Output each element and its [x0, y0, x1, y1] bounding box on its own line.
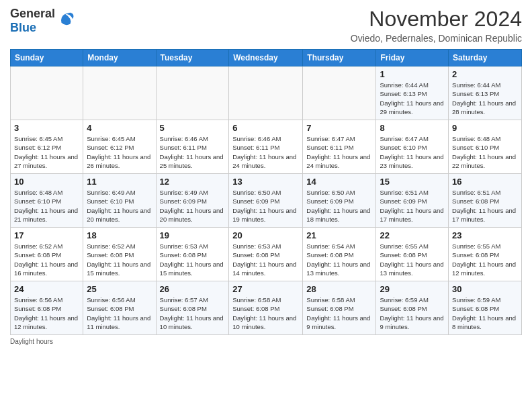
- calendar-table: SundayMondayTuesdayWednesdayThursdayFrid…: [10, 49, 522, 335]
- day-number: 6: [232, 123, 299, 133]
- day-info: Sunrise: 6:59 AM Sunset: 6:08 PM Dayligh…: [452, 295, 518, 331]
- day-number: 4: [87, 123, 152, 133]
- day-number: 12: [160, 177, 226, 187]
- day-info: Sunrise: 6:56 AM Sunset: 6:08 PM Dayligh…: [87, 295, 152, 331]
- day-info: Sunrise: 6:52 AM Sunset: 6:08 PM Dayligh…: [87, 242, 152, 277]
- calendar-cell: 21Sunrise: 6:54 AM Sunset: 6:08 PM Dayli…: [303, 228, 376, 281]
- calendar-cell: 22Sunrise: 6:55 AM Sunset: 6:08 PM Dayli…: [376, 228, 449, 281]
- calendar-header-tuesday: Tuesday: [156, 50, 229, 66]
- day-info: Sunrise: 6:52 AM Sunset: 6:08 PM Dayligh…: [14, 242, 79, 277]
- calendar-week-row: 17Sunrise: 6:52 AM Sunset: 6:08 PM Dayli…: [11, 228, 522, 281]
- day-number: 28: [306, 284, 372, 294]
- day-info: Sunrise: 6:51 AM Sunset: 6:08 PM Dayligh…: [452, 188, 518, 224]
- calendar-header-thursday: Thursday: [303, 50, 376, 66]
- day-info: Sunrise: 6:58 AM Sunset: 6:08 PM Dayligh…: [306, 295, 372, 331]
- calendar-header-friday: Friday: [376, 50, 449, 66]
- calendar-cell: [303, 66, 376, 120]
- calendar-cell: 27Sunrise: 6:58 AM Sunset: 6:08 PM Dayli…: [229, 281, 303, 335]
- calendar-cell: [156, 66, 229, 120]
- title-block: November 2024 Oviedo, Pedernales, Domini…: [351, 7, 522, 44]
- day-number: 14: [306, 177, 372, 187]
- day-info: Sunrise: 6:58 AM Sunset: 6:08 PM Dayligh…: [232, 295, 299, 331]
- day-number: 3: [14, 123, 79, 133]
- calendar-cell: [229, 66, 303, 120]
- day-number: 2: [452, 69, 518, 79]
- calendar-cell: 11Sunrise: 6:49 AM Sunset: 6:10 PM Dayli…: [83, 174, 156, 228]
- day-info: Sunrise: 6:47 AM Sunset: 6:11 PM Dayligh…: [306, 134, 372, 170]
- calendar-cell: 14Sunrise: 6:50 AM Sunset: 6:09 PM Dayli…: [303, 174, 376, 228]
- calendar-cell: 28Sunrise: 6:58 AM Sunset: 6:08 PM Dayli…: [303, 281, 376, 335]
- calendar-cell: 10Sunrise: 6:48 AM Sunset: 6:10 PM Dayli…: [11, 174, 83, 228]
- calendar-cell: 13Sunrise: 6:50 AM Sunset: 6:09 PM Dayli…: [229, 174, 303, 228]
- day-number: 27: [232, 284, 299, 294]
- logo-general-text: General: [10, 7, 55, 20]
- calendar-cell: 17Sunrise: 6:52 AM Sunset: 6:08 PM Dayli…: [11, 228, 83, 281]
- day-info: Sunrise: 6:49 AM Sunset: 6:10 PM Dayligh…: [87, 188, 152, 224]
- day-number: 22: [380, 230, 445, 240]
- day-info: Sunrise: 6:51 AM Sunset: 6:09 PM Dayligh…: [380, 188, 445, 224]
- calendar-cell: 15Sunrise: 6:51 AM Sunset: 6:09 PM Dayli…: [376, 174, 449, 228]
- calendar-cell: 7Sunrise: 6:47 AM Sunset: 6:11 PM Daylig…: [303, 120, 376, 174]
- daylight-label: Daylight hours: [10, 338, 53, 345]
- calendar-header-wednesday: Wednesday: [229, 50, 303, 66]
- day-number: 13: [232, 177, 299, 187]
- day-number: 9: [452, 123, 518, 133]
- day-info: Sunrise: 6:55 AM Sunset: 6:08 PM Dayligh…: [452, 242, 518, 277]
- calendar-cell: 30Sunrise: 6:59 AM Sunset: 6:08 PM Dayli…: [449, 281, 522, 335]
- location: Oviedo, Pedernales, Dominican Republic: [351, 33, 522, 44]
- day-info: Sunrise: 6:44 AM Sunset: 6:13 PM Dayligh…: [452, 81, 518, 116]
- footer: Daylight hours: [10, 338, 522, 345]
- day-info: Sunrise: 6:45 AM Sunset: 6:12 PM Dayligh…: [87, 134, 152, 170]
- calendar-cell: 4Sunrise: 6:45 AM Sunset: 6:12 PM Daylig…: [83, 120, 156, 174]
- day-number: 19: [160, 230, 226, 240]
- day-number: 1: [380, 69, 445, 79]
- calendar-week-row: 24Sunrise: 6:56 AM Sunset: 6:08 PM Dayli…: [11, 281, 522, 335]
- day-info: Sunrise: 6:48 AM Sunset: 6:10 PM Dayligh…: [14, 188, 79, 224]
- month-title: November 2024: [351, 7, 522, 32]
- calendar-cell: 3Sunrise: 6:45 AM Sunset: 6:12 PM Daylig…: [11, 120, 83, 174]
- calendar-cell: 2Sunrise: 6:44 AM Sunset: 6:13 PM Daylig…: [449, 66, 522, 120]
- calendar-cell: 23Sunrise: 6:55 AM Sunset: 6:08 PM Dayli…: [449, 228, 522, 281]
- calendar-cell: 12Sunrise: 6:49 AM Sunset: 6:09 PM Dayli…: [156, 174, 229, 228]
- day-info: Sunrise: 6:54 AM Sunset: 6:08 PM Dayligh…: [306, 242, 372, 277]
- calendar-week-row: 10Sunrise: 6:48 AM Sunset: 6:10 PM Dayli…: [11, 174, 522, 228]
- calendar-cell: 9Sunrise: 6:48 AM Sunset: 6:10 PM Daylig…: [449, 120, 522, 174]
- day-info: Sunrise: 6:49 AM Sunset: 6:09 PM Dayligh…: [160, 188, 226, 224]
- day-number: 10: [14, 177, 79, 187]
- header: General Blue November 2024 Oviedo, Peder…: [10, 7, 522, 44]
- day-number: 15: [380, 177, 445, 187]
- calendar-cell: 8Sunrise: 6:47 AM Sunset: 6:10 PM Daylig…: [376, 120, 449, 174]
- calendar-cell: 26Sunrise: 6:57 AM Sunset: 6:08 PM Dayli…: [156, 281, 229, 335]
- day-info: Sunrise: 6:53 AM Sunset: 6:08 PM Dayligh…: [232, 242, 299, 277]
- calendar-cell: 6Sunrise: 6:46 AM Sunset: 6:11 PM Daylig…: [229, 120, 303, 174]
- day-info: Sunrise: 6:56 AM Sunset: 6:08 PM Dayligh…: [14, 295, 79, 331]
- logo-blue-text: Blue: [10, 21, 36, 34]
- day-info: Sunrise: 6:57 AM Sunset: 6:08 PM Dayligh…: [160, 295, 226, 331]
- calendar-cell: 5Sunrise: 6:46 AM Sunset: 6:11 PM Daylig…: [156, 120, 229, 174]
- day-info: Sunrise: 6:50 AM Sunset: 6:09 PM Dayligh…: [232, 188, 299, 224]
- day-number: 25: [87, 284, 152, 294]
- page: General Blue November 2024 Oviedo, Peder…: [0, 0, 532, 411]
- day-number: 8: [380, 123, 445, 133]
- calendar-cell: 16Sunrise: 6:51 AM Sunset: 6:08 PM Dayli…: [449, 174, 522, 228]
- day-number: 23: [452, 230, 518, 240]
- day-number: 26: [160, 284, 226, 294]
- day-info: Sunrise: 6:50 AM Sunset: 6:09 PM Dayligh…: [306, 188, 372, 224]
- calendar-cell: [83, 66, 156, 120]
- day-info: Sunrise: 6:46 AM Sunset: 6:11 PM Dayligh…: [232, 134, 299, 170]
- day-info: Sunrise: 6:55 AM Sunset: 6:08 PM Dayligh…: [380, 242, 445, 277]
- calendar-cell: [11, 66, 83, 120]
- day-number: 17: [14, 230, 79, 240]
- calendar-cell: 19Sunrise: 6:53 AM Sunset: 6:08 PM Dayli…: [156, 228, 229, 281]
- calendar-cell: 25Sunrise: 6:56 AM Sunset: 6:08 PM Dayli…: [83, 281, 156, 335]
- day-number: 18: [87, 230, 152, 240]
- calendar-cell: 24Sunrise: 6:56 AM Sunset: 6:08 PM Dayli…: [11, 281, 83, 335]
- day-number: 16: [452, 177, 518, 187]
- day-number: 7: [306, 123, 372, 133]
- calendar-header-sunday: Sunday: [11, 50, 83, 66]
- calendar-cell: 1Sunrise: 6:44 AM Sunset: 6:13 PM Daylig…: [376, 66, 449, 120]
- calendar-cell: 20Sunrise: 6:53 AM Sunset: 6:08 PM Dayli…: [229, 228, 303, 281]
- logo-icon: [56, 11, 75, 30]
- calendar-week-row: 3Sunrise: 6:45 AM Sunset: 6:12 PM Daylig…: [11, 120, 522, 174]
- logo: General Blue: [10, 7, 75, 35]
